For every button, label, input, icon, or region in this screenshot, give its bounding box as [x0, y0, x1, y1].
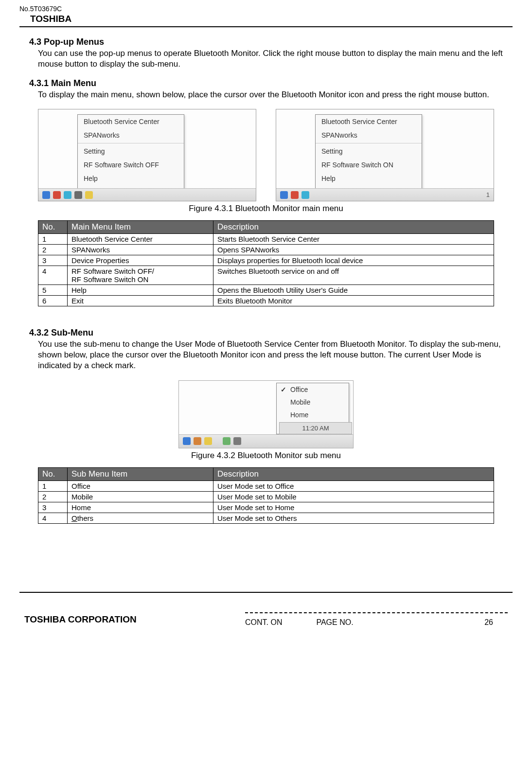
cell-item: Others [68, 513, 213, 523]
table-header: Description [213, 467, 494, 480]
table-row: 6 Exit Exits Bluetooth Monitor [38, 296, 494, 306]
tray-icon [85, 191, 93, 199]
cell-no: 1 [38, 480, 68, 491]
popup-menu-right: Bluetooth Service Center SPANworks Setti… [315, 114, 422, 199]
tray-clock: 11:20 AM [279, 422, 352, 434]
submenu-item-checked[interactable]: Office [277, 383, 349, 396]
table-header: Sub Menu Item [68, 467, 213, 480]
cell-no: 3 [38, 502, 68, 513]
table-row: 2 SPANworks Opens SPANworks [38, 245, 494, 255]
footer-company: TOSHIBA CORPORATION [24, 614, 137, 625]
main-menu-screenshot-left: Bluetooth Service Center SPANworks Setti… [38, 109, 256, 201]
cell-item: SPANworks [68, 245, 213, 255]
menu-item[interactable]: SPANworks [78, 128, 184, 142]
cell-no: 4 [38, 513, 68, 523]
tray-icon [291, 191, 299, 199]
brand-title: TOSHIBA [30, 14, 513, 24]
section-text-431: To display the main menu, shown below, p… [38, 89, 503, 100]
menu-item[interactable]: SPANworks [316, 128, 422, 142]
tray-icon [194, 437, 201, 445]
cell-item: Mobile [68, 491, 213, 502]
menu-item[interactable]: RF Software Switch ON [316, 158, 422, 172]
menu-item[interactable]: Help [316, 172, 422, 185]
footer-page-label: PAGE NO. [316, 618, 353, 627]
table-row: 4 Others User Mode set to Others [38, 513, 494, 523]
cell-desc: User Mode set to Office [213, 480, 494, 491]
tray-icon [301, 191, 309, 199]
popup-menu-left: Bluetooth Service Center SPANworks Setti… [77, 114, 184, 199]
cell-item: Help [68, 285, 213, 296]
system-tray-right: 1 [276, 188, 494, 201]
cell-desc: Switches Bluetooth service on and off [213, 266, 494, 285]
system-tray-submenu [179, 434, 353, 448]
main-menu-screenshot-right: Bluetooth Service Center SPANworks Setti… [276, 109, 494, 201]
table-row: 5 Help Opens the Bluetooth Utility User'… [38, 285, 494, 296]
menu-item[interactable]: RF Software Switch OFF [78, 158, 184, 172]
table-row: 4 RF Software Switch OFF/ RF Software Sw… [38, 266, 494, 285]
table-header: No. [38, 467, 68, 480]
section-heading-432: 4.3.2 Sub-Menu [29, 328, 503, 338]
cell-no: 6 [38, 296, 68, 306]
submenu-item[interactable]: Mobile [277, 396, 349, 409]
tray-icon [42, 191, 50, 199]
tray-icon [280, 191, 288, 199]
menu-separator [316, 143, 422, 143]
submenu-figure: Office Mobile Home Others 11:20 AM [29, 380, 503, 448]
submenu-item[interactable]: Home [277, 409, 349, 421]
tray-number: 1 [486, 191, 490, 198]
cell-no: 2 [38, 491, 68, 502]
cell-item: RF Software Switch OFF/ RF Software Swit… [68, 266, 213, 285]
menu-separator [78, 143, 184, 143]
menu-item[interactable]: Bluetooth Service Center [316, 115, 422, 128]
table-row: 1 Office User Mode set to Office [38, 480, 494, 491]
cell-item: Device Properties [68, 255, 213, 266]
doc-number: No.5T03679C [19, 5, 513, 13]
cell-no: 2 [38, 245, 68, 255]
cell-item: Office [68, 480, 213, 491]
cell-no: 4 [38, 266, 68, 285]
section-heading-431: 4.3.1 Main Menu [29, 78, 503, 89]
cell-desc: Starts Bluetooth Service Center [213, 234, 494, 245]
cell-desc: User Mode set to Home [213, 502, 494, 513]
footer-cont: CONT. ON [245, 618, 282, 627]
figure-caption-431: Figure 4.3.1 Bluetooth Monitor main menu [29, 204, 503, 213]
tray-icon [233, 437, 241, 445]
tray-icon [74, 191, 82, 199]
page-footer: TOSHIBA CORPORATION CONT. ON PAGE NO. 26 [19, 612, 513, 627]
table-row: 3 Device Properties Displays properties … [38, 255, 494, 266]
submenu-screenshot: Office Mobile Home Others 11:20 AM [178, 380, 354, 448]
section-text-43: You can use the pop-up menus to operate … [38, 48, 503, 70]
system-tray-left [38, 188, 256, 201]
footer-page-no: 26 [484, 618, 493, 627]
tray-icon [204, 437, 212, 445]
menu-item[interactable]: Setting [316, 144, 422, 158]
cell-desc: User Mode set to Mobile [213, 491, 494, 502]
header-rule [19, 26, 513, 27]
cell-desc: Opens the Bluetooth Utility User's Guide [213, 285, 494, 296]
cell-item: Bluetooth Service Center [68, 234, 213, 245]
tray-icon [183, 437, 191, 445]
cell-item: Exit [68, 296, 213, 306]
main-menu-figure: Bluetooth Service Center SPANworks Setti… [38, 109, 494, 201]
cell-item: Home [68, 502, 213, 513]
cell-no: 5 [38, 285, 68, 296]
menu-item[interactable]: Bluetooth Service Center [78, 115, 184, 128]
tray-icon [64, 191, 71, 199]
cell-desc: Exits Bluetooth Monitor [213, 296, 494, 306]
footer-rule [19, 592, 513, 593]
section-text-432: You use the sub-menu to change the User … [38, 339, 503, 371]
cell-no: 1 [38, 234, 68, 245]
tray-icon [223, 437, 231, 445]
table-row: 3 Home User Mode set to Home [38, 502, 494, 513]
main-menu-table: No. Main Menu Item Description 1 Bluetoo… [38, 220, 494, 306]
menu-item[interactable]: Setting [78, 144, 184, 158]
tray-icon [53, 191, 61, 199]
table-row: 1 Bluetooth Service Center Starts Blueto… [38, 234, 494, 245]
cell-desc: Opens SPANworks [213, 245, 494, 255]
menu-item[interactable]: Help [78, 172, 184, 185]
table-row: 2 Mobile User Mode set to Mobile [38, 491, 494, 502]
figure-caption-432: Figure 4.3.2 Bluetooth Monitor sub menu [29, 451, 503, 461]
cell-desc: Displays properties for Bluetooth local … [213, 255, 494, 266]
section-heading-43: 4.3 Pop-up Menus [29, 37, 503, 47]
table-header: No. [38, 221, 68, 234]
